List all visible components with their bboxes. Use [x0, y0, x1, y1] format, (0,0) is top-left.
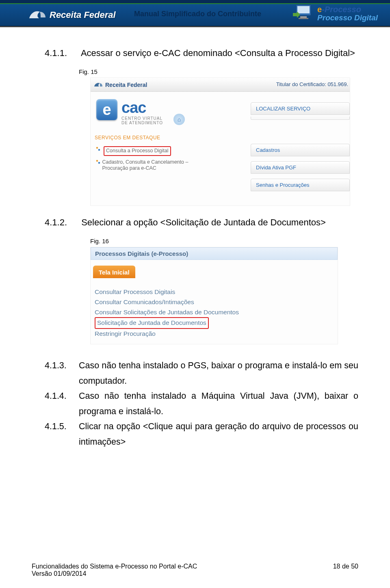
cadastros-tab[interactable]: Cadastros: [251, 144, 350, 156]
list-item[interactable]: Consulta a Processo Digital: [94, 145, 204, 158]
page-footer: Funcionalidades do Sistema e-Processo no…: [32, 563, 358, 577]
options-list: Consultar Processos Digitais Consultar C…: [91, 278, 338, 344]
servicos-destaque-list: Consulta a Processo Digital Cadastro, Co…: [94, 145, 204, 173]
section-text: Acessar o serviço e-CAC denominado <Cons…: [81, 48, 355, 58]
brand-text: Receita Federal: [50, 10, 116, 20]
ecac-logo: e cac CENTRO VIRTUAL DE ATENDIMENTO ⌂: [91, 92, 191, 127]
list-item[interactable]: Consultar Comunicados/Intimações: [95, 297, 334, 307]
bullet-icon: [96, 147, 101, 151]
localizar-servico-tab[interactable]: LOCALIZAR SERVIÇO: [251, 102, 350, 115]
step-text: Clicar na opção <Clique aqui para geraçã…: [79, 419, 358, 450]
svg-rect-2: [300, 16, 307, 18]
tela-inicial-tab[interactable]: Tela Inicial: [93, 266, 135, 278]
ecac-sub2: DE ATENDIMENTO: [121, 121, 163, 125]
footer-version: Versão 01/09/2014: [32, 570, 197, 577]
header-divider: [0, 27, 390, 28]
footer-doc-name: Funcionalidades do Sistema e-Processo no…: [32, 563, 197, 570]
consulta-processo-digital-link[interactable]: Consulta a Processo Digital: [104, 146, 171, 156]
fig16-label: Fig. 16: [90, 238, 358, 244]
list-item[interactable]: Cadastro, Consulta e Cancelamento – Proc…: [94, 158, 204, 173]
receita-federal-logo: Receita Federal: [28, 9, 116, 22]
cadastro-procuracao-link[interactable]: Cadastro, Consulta e Cancelamento – Proc…: [102, 159, 202, 172]
step-text: Caso não tenha instalado o PGS, baixar o…: [79, 358, 358, 389]
senhas-procuracoes-tab[interactable]: Senhas e Procurações: [251, 179, 350, 191]
mini-receita-logo: Receita Federal: [94, 82, 147, 88]
step-number: 4.1.3.: [45, 358, 79, 389]
step-number: 4.1.4.: [45, 389, 79, 419]
section-number: 4.1.2.: [45, 217, 79, 228]
list-item[interactable]: Restringir Procuração: [95, 329, 334, 339]
search-input-placeholder[interactable]: [251, 117, 350, 120]
page-header: Receita Federal Manual Simplificado do C…: [0, 0, 390, 28]
ecac-cac-text: cac: [121, 99, 163, 117]
section-4-1-1-heading: 4.1.1. Acessar o serviço e-CAC denominad…: [45, 48, 358, 58]
step-4-1-5: 4.1.5. Clicar na opção <Clique aqui para…: [45, 419, 358, 450]
steps-block: 4.1.3. Caso não tenha instalado o PGS, b…: [45, 358, 358, 450]
monitor-icon: [293, 4, 315, 23]
step-number: 4.1.5.: [45, 419, 79, 450]
fig15-cert-holder: Titular do Certificado: 051.969.: [276, 81, 348, 87]
eprocesso-line2: Processo Digital: [317, 14, 378, 22]
divida-ativa-tab[interactable]: Dívida Ativa PGF: [251, 161, 350, 174]
fig15-screenshot: Receita Federal Titular do Certificado: …: [90, 78, 350, 206]
svg-rect-3: [299, 18, 308, 19]
step-4-1-4: 4.1.4. Caso não tenha instalado a Máquin…: [45, 389, 358, 419]
mini-receita-logo-icon: [94, 82, 103, 88]
list-item[interactable]: Consultar Solicitações de Juntadas de Do…: [95, 307, 334, 318]
ecac-e-icon: e: [96, 99, 117, 120]
step-text: Caso não tenha instalado a Máquina Virtu…: [79, 389, 358, 419]
step-4-1-3: 4.1.3. Caso não tenha instalado o PGS, b…: [45, 358, 358, 389]
section-text: Selecionar a opção <Solicitação de Junta…: [81, 217, 326, 227]
fig16-screenshot: Processos Digitais (e-Processo) Tela Ini…: [90, 247, 338, 344]
page-number: 18 de 50: [333, 563, 358, 577]
solicitacao-juntada-link[interactable]: Solicitação de Juntada de Documentos: [95, 317, 209, 329]
receita-federal-logo-icon: [28, 9, 46, 22]
eprocesso-badge: e-Processo Processo Digital: [293, 4, 378, 23]
eprocesso-line1: e-Processo: [317, 5, 378, 14]
section-number: 4.1.1.: [45, 48, 79, 58]
home-icon[interactable]: ⌂: [173, 114, 185, 125]
svg-rect-1: [297, 6, 310, 13]
ecac-sub1: CENTRO VIRTUAL: [121, 117, 163, 121]
header-accent: [0, 0, 390, 4]
footer-left: Funcionalidades do Sistema e-Processo no…: [32, 563, 197, 577]
list-item[interactable]: Consultar Processos Digitais: [95, 287, 334, 297]
section-4-1-2-heading: 4.1.2. Selecionar a opção <Solicitação d…: [45, 217, 358, 228]
servicos-destaque-header: SERVIÇOS EM DESTAQUE: [95, 135, 160, 141]
fig15-label: Fig. 15: [79, 68, 358, 75]
doc-title: Manual Simplificado do Contribuinte: [134, 10, 261, 18]
bullet-icon: [96, 160, 100, 164]
breadcrumb: Processos Digitais (e-Processo): [91, 247, 338, 260]
